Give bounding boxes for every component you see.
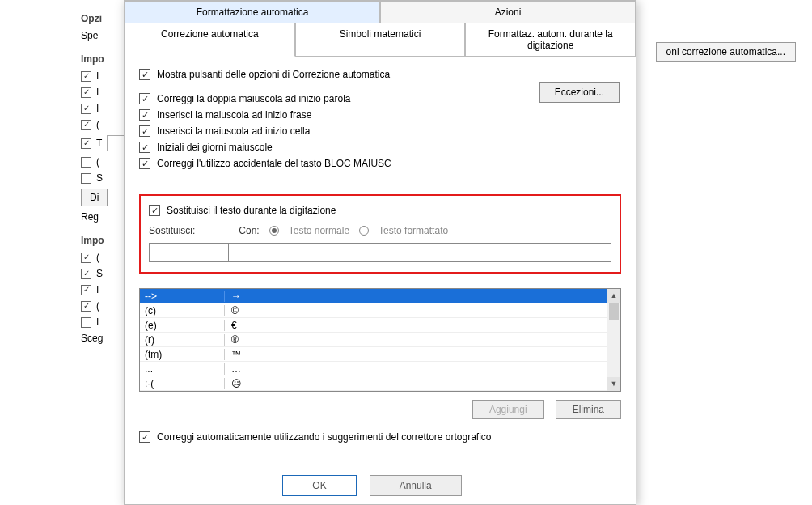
table-cell-replace: --> (140, 291, 225, 302)
table-cell-replace: (tm) (140, 349, 225, 360)
table-row[interactable]: (tm)™ (140, 347, 607, 362)
bg-di-button[interactable]: Di (81, 189, 108, 206)
checkbox-icon[interactable] (81, 301, 91, 312)
sidebar-item-advanced[interactable]: vanzate (0, 0, 57, 21)
scroll-down-icon[interactable]: ▼ (607, 377, 620, 391)
tab-autocorrect[interactable]: Correzione automatica (125, 23, 295, 57)
checkbox-icon[interactable] (81, 173, 91, 184)
autocorrect-table: -->→(c)©(e)€(r)®(tm)™...…:-(☹ ▲ ▼ (139, 288, 621, 392)
chk-days[interactable] (139, 142, 150, 153)
chk-show-buttons-label: Mostra pulsanti delle opzioni di Correzi… (157, 69, 390, 80)
table-row[interactable]: ...… (140, 362, 607, 376)
chk-cap-cell-label: Inserisci la maiuscola ad inizio cella (157, 125, 310, 137)
cancel-button[interactable]: Annulla (370, 475, 462, 496)
radio-formatted-text[interactable] (359, 226, 369, 236)
bg-label-sceg: Sceg (81, 333, 103, 344)
table-cell-with: → (225, 291, 607, 302)
replace-text-section: Sostituisci il testo durante la digitazi… (139, 194, 621, 274)
tab-autoformat[interactable]: Formattazione automatica (125, 1, 380, 23)
chk-cap-cell[interactable] (139, 125, 150, 137)
table-row[interactable]: (e)€ (140, 318, 607, 333)
chk-spellfix[interactable] (139, 431, 150, 443)
chk-double-cap-label: Correggi la doppia maiuscola ad inizio p… (157, 93, 350, 104)
checkbox-icon[interactable] (81, 317, 91, 328)
table-cell-replace: :-( (140, 378, 225, 389)
table-cell-replace: (e) (140, 320, 225, 331)
chk-cap-sentence-label: Inserisci la maiuscola ad inizio frase (157, 109, 311, 121)
checkbox-icon[interactable] (81, 285, 91, 295)
radio-plain-text-label: Testo normale (289, 225, 349, 236)
table-cell-with: ® (225, 334, 607, 346)
chk-replace-typing[interactable] (149, 205, 160, 216)
table-row[interactable]: :-(☹ (140, 376, 607, 391)
with-input[interactable] (228, 243, 611, 262)
autocorrect-options-button[interactable]: oni correzione automatica... (656, 42, 796, 62)
table-cell-with: € (225, 320, 607, 331)
chk-double-cap[interactable] (139, 93, 150, 104)
bg-label-spe: Spe (81, 30, 98, 41)
chk-days-label: Iniziali dei giorni maiuscole (157, 142, 273, 153)
tab-actions[interactable]: Azioni (380, 1, 636, 23)
replace-input[interactable] (149, 243, 228, 262)
checkbox-icon[interactable] (81, 104, 91, 114)
checkbox-icon[interactable] (81, 71, 91, 82)
chk-cap-sentence[interactable] (139, 109, 150, 121)
chk-show-buttons[interactable] (139, 69, 150, 80)
autocorrect-dialog: Formattazione automatica Azioni Correzio… (124, 0, 636, 505)
replace-label: Sostituisci: (149, 225, 195, 236)
table-cell-with: ™ (225, 349, 607, 360)
table-cell-replace: ... (140, 363, 225, 375)
scrollbar-vertical[interactable]: ▲ ▼ (607, 289, 620, 391)
checkbox-icon[interactable] (81, 269, 91, 279)
table-row[interactable]: -->→ (140, 289, 607, 303)
checkbox-icon[interactable] (81, 87, 91, 98)
checkbox-icon[interactable] (81, 120, 91, 130)
checkbox-icon[interactable] (81, 138, 91, 149)
chk-capslock-label: Correggi l'utilizzo accidentale del tast… (157, 158, 391, 169)
chk-replace-typing-label: Sostituisci il testo durante la digitazi… (167, 205, 336, 216)
radio-formatted-text-label: Testo formattato (379, 225, 448, 236)
exceptions-button[interactable]: Eccezioni... (539, 82, 620, 103)
tab-math-symbols[interactable]: Simboli matematici (295, 23, 466, 57)
tab-autoformat-typing[interactable]: Formattaz. autom. durante la digitazione (465, 23, 636, 57)
table-cell-replace: (r) (140, 334, 225, 346)
radio-plain-text[interactable] (269, 226, 279, 236)
scroll-thumb[interactable] (609, 303, 619, 320)
table-cell-with: … (225, 363, 607, 375)
table-cell-with: ☹ (225, 378, 607, 389)
delete-button[interactable]: Elimina (556, 400, 621, 419)
ok-button[interactable]: OK (282, 475, 356, 496)
chk-capslock[interactable] (139, 158, 150, 169)
chk-spellfix-label: Correggi automaticamente utilizzando i s… (157, 431, 492, 443)
bg-label-reg: Reg (81, 211, 99, 223)
checkbox-icon[interactable] (81, 157, 91, 168)
checkbox-icon[interactable] (81, 252, 91, 263)
with-label: Con: (239, 225, 259, 236)
table-cell-replace: (c) (140, 305, 225, 316)
scroll-up-icon[interactable]: ▲ (607, 289, 620, 303)
table-cell-with: © (225, 305, 607, 316)
table-row[interactable]: (r)® (140, 333, 607, 347)
table-row[interactable]: (c)© (140, 303, 607, 318)
add-button[interactable]: Aggiungi (472, 400, 544, 419)
